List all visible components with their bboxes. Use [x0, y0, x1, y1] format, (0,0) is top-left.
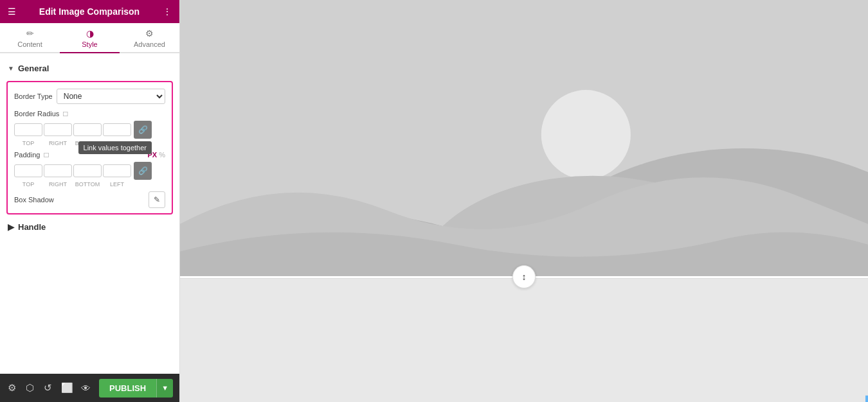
responsive-icon[interactable]: ⬜ — [61, 382, 73, 394]
padding-link-btn[interactable]: 🔗 — [134, 162, 152, 180]
image-top — [180, 0, 868, 276]
tab-style[interactable]: ◑ Style — [60, 23, 120, 53]
unit-pct[interactable]: % — [159, 151, 165, 159]
hide-icon[interactable]: 👁 — [81, 383, 91, 394]
bottom-toolbar: ⚙ ⬡ ↺ ⬜ 👁 PUBLISH ▼ — [0, 374, 179, 402]
handle-section: ▶ Handle — [0, 218, 179, 236]
tab-advanced[interactable]: ⚙ Advanced — [120, 23, 179, 53]
image-comparison: ↕ — [180, 0, 868, 402]
border-radius-inputs: 🔗 Link values together — [14, 121, 165, 139]
br-left-label: LEFT — [103, 140, 131, 146]
br-top-label: TOP — [14, 140, 42, 146]
divider-line: ↕ — [180, 276, 868, 278]
advanced-icon: ⚙ — [145, 28, 154, 39]
tabs-bar: ✏ Content ◑ Style ⚙ Advanced — [0, 23, 179, 53]
handle-section-label: Handle — [18, 222, 46, 232]
pad-top-label: TOP — [14, 181, 42, 188]
panel-body: ▼ General Border Type None Solid Double … — [0, 53, 179, 374]
tab-style-label: Style — [82, 40, 97, 48]
padding-top[interactable] — [14, 164, 42, 177]
border-radius-link-container: 🔗 Link values together — [132, 121, 152, 139]
style-icon: ◑ — [86, 28, 94, 39]
layers-icon[interactable]: ⬡ — [24, 382, 35, 394]
landscape-svg-bottom — [180, 279, 868, 396]
svg-point-2 — [541, 90, 631, 179]
border-radius-link-btn[interactable]: 🔗 — [134, 121, 152, 139]
box-shadow-label: Box Shadow — [14, 196, 54, 204]
padding-bottom[interactable] — [73, 164, 102, 177]
panel-header: ☰ Edit Image Comparison ⋮ — [0, 0, 179, 23]
tab-content-label: Content — [17, 40, 42, 48]
pad-left-label: LEFT — [103, 181, 131, 188]
pad-right-label: RIGHT — [44, 181, 72, 188]
padding-inputs: 🔗 — [14, 162, 165, 180]
pad-bottom-label: BOTTOM — [73, 181, 102, 188]
tab-advanced-label: Advanced — [134, 40, 165, 48]
border-radius-labels: TOP RIGHT BOTTOM LEFT — [14, 140, 165, 146]
content-icon: ✏ — [26, 28, 34, 39]
padding-right[interactable] — [44, 164, 72, 177]
border-radius-row: Border Radius □ 🔗 Link values together T… — [14, 109, 165, 146]
main-canvas: ↕ — [180, 0, 868, 402]
general-section-header[interactable]: ▼ General — [0, 60, 179, 77]
handle-arrow-icon: ▶ — [8, 222, 14, 232]
border-radius-device-icon[interactable]: □ — [63, 109, 68, 118]
border-radius-right[interactable] — [44, 123, 72, 136]
settings-icon[interactable]: ⚙ — [6, 382, 17, 394]
general-box: Border Type None Solid Double Dotted Das… — [6, 81, 173, 214]
panel-title: Edit Image Comparison — [39, 6, 140, 17]
border-radius-bottom[interactable] — [73, 123, 102, 136]
padding-row: Padding □ PX % 🔗 TOP RIGHT — [14, 150, 165, 188]
general-section-label: General — [18, 64, 49, 73]
padding-left[interactable] — [103, 164, 131, 177]
history-icon[interactable]: ↺ — [43, 382, 53, 394]
unit-toggle: PX % — [148, 151, 165, 159]
handle-section-header[interactable]: ▶ Handle — [8, 222, 172, 232]
publish-group: PUBLISH ▼ — [99, 379, 173, 398]
br-bottom-label: BOTTOM — [73, 140, 102, 146]
box-shadow-edit-btn[interactable]: ✎ — [149, 191, 165, 208]
padding-device-icon[interactable]: □ — [44, 150, 48, 159]
border-type-row: Border Type None Solid Double Dotted Das… — [14, 89, 165, 104]
box-shadow-row: Box Shadow ✎ — [14, 191, 165, 208]
general-arrow-icon: ▼ — [8, 65, 14, 72]
padding-label: Padding — [14, 151, 40, 159]
grid-icon[interactable]: ⋮ — [163, 6, 172, 17]
padding-labels: TOP RIGHT BOTTOM LEFT — [14, 181, 165, 188]
border-radius-label: Border Radius — [14, 110, 59, 118]
landscape-svg-top — [180, 0, 868, 276]
publish-arrow-button[interactable]: ▼ — [156, 379, 173, 398]
image-bottom — [180, 278, 868, 387]
border-radius-top[interactable] — [14, 123, 42, 136]
publish-button[interactable]: PUBLISH — [99, 379, 156, 398]
border-type-select[interactable]: None Solid Double Dotted Dashed Groove — [57, 89, 165, 104]
divider-handle[interactable]: ↕ — [512, 265, 536, 288]
hamburger-icon[interactable]: ☰ — [8, 6, 16, 17]
left-panel: ☰ Edit Image Comparison ⋮ ✏ Content ◑ St… — [0, 0, 180, 402]
unit-px[interactable]: PX — [148, 151, 158, 159]
border-radius-left[interactable] — [103, 123, 131, 136]
border-type-label: Border Type — [14, 92, 53, 100]
svg-rect-7 — [180, 279, 868, 396]
br-right-label: RIGHT — [44, 140, 72, 146]
tab-content[interactable]: ✏ Content — [0, 23, 60, 53]
